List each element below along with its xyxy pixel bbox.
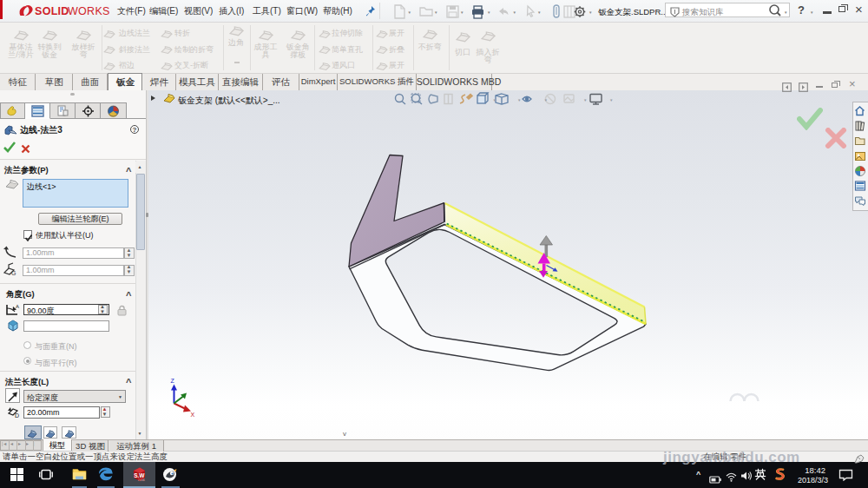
svg-text:A: A bbox=[16, 304, 19, 309]
svg-text:SOLID: SOLID bbox=[35, 5, 69, 17]
svg-text:G: G bbox=[11, 270, 16, 276]
svg-text:D: D bbox=[15, 412, 19, 419]
svg-text:X: X bbox=[190, 412, 194, 418]
svg-text:2016: 2016 bbox=[138, 478, 145, 482]
svg-text:WORKS: WORKS bbox=[68, 5, 110, 17]
svg-text:Z: Z bbox=[170, 378, 174, 384]
